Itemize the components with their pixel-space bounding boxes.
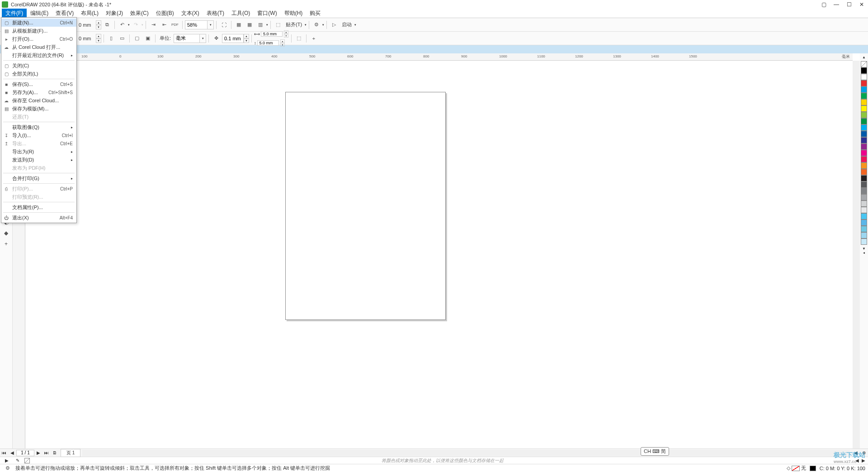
grid-icon[interactable]: ▦	[245, 20, 255, 30]
color-swatch[interactable]	[861, 213, 867, 219]
next-page-icon[interactable]: ▶	[34, 450, 42, 455]
menu-12[interactable]: 购买	[306, 9, 324, 18]
all-pages-icon[interactable]: ▣	[143, 33, 153, 43]
zoom-combo[interactable]: ▾	[185, 20, 214, 29]
file-menu-item-27[interactable]: 文档属性(P)...	[1, 203, 76, 211]
unit-combo[interactable]: ▾	[174, 34, 206, 43]
snap-icon[interactable]: ⬚	[273, 20, 283, 30]
options-icon[interactable]: ⚙	[311, 20, 321, 30]
color-swatch[interactable]	[861, 169, 867, 175]
menu-11[interactable]: 帮助(H)	[281, 9, 307, 18]
color-swatch[interactable]	[861, 175, 867, 181]
color-swatch[interactable]	[861, 232, 867, 238]
file-menu-item-10[interactable]: ■另存为(A)...Ctrl+Shift+S	[1, 88, 76, 96]
orientation-portrait-icon[interactable]: ▯	[106, 33, 116, 43]
color-swatch[interactable]	[861, 200, 867, 207]
add-icon[interactable]: +	[309, 33, 319, 43]
file-menu-item-11[interactable]: ☁保存至 Corel Cloud...	[1, 96, 76, 105]
menu-9[interactable]: 工具(O)	[228, 9, 254, 18]
color-swatch[interactable]	[861, 150, 867, 156]
color-swatch[interactable]	[861, 93, 867, 99]
status-gear-icon[interactable]: ⚙	[3, 463, 13, 472]
first-page-icon[interactable]: ⏮	[0, 450, 8, 455]
color-swatch[interactable]	[861, 80, 867, 86]
fill-stroke-indicator[interactable]: ◇ 无	[787, 465, 806, 472]
smart-fill-tool[interactable]: ◆	[1, 228, 11, 238]
menu-2[interactable]: 查看(V)	[52, 9, 77, 18]
file-menu-item-12[interactable]: ▤保存为模版(M)...	[1, 105, 76, 113]
color-swatch[interactable]	[861, 143, 867, 150]
color-swatch[interactable]	[861, 67, 867, 74]
file-menu-item-0[interactable]: ▢新建(N)...Ctrl+N	[1, 19, 76, 27]
page-tab[interactable]: 页 1	[61, 449, 80, 457]
orientation-landscape-icon[interactable]: ▭	[117, 33, 127, 43]
dup-x-input[interactable]	[261, 31, 283, 37]
color-swatch[interactable]	[861, 188, 867, 194]
menu-8[interactable]: 表格(T)	[203, 9, 228, 18]
palette-up-icon[interactable]: ▲	[862, 55, 866, 59]
ime-badge[interactable]: CH ⌨ 简	[641, 447, 669, 456]
add-page-icon[interactable]: 🗎	[51, 450, 59, 455]
menu-3[interactable]: 布局(L)	[77, 9, 102, 18]
color-swatch[interactable]	[861, 124, 867, 131]
color-swatch[interactable]	[861, 156, 867, 162]
last-page-icon[interactable]: ⏭	[42, 450, 51, 455]
color-swatch[interactable]	[861, 194, 867, 200]
minimize-icon[interactable]: —	[832, 1, 841, 8]
file-menu-item-18[interactable]: 导出为(R)▸	[1, 148, 76, 156]
fill-color-swatch[interactable]	[810, 466, 816, 471]
color-swatch[interactable]	[861, 99, 867, 105]
export-icon[interactable]: ⇤	[159, 20, 169, 30]
minimize-to-tray-icon[interactable]: ▢	[819, 1, 828, 8]
color-swatch[interactable]	[861, 137, 867, 143]
copy-icon[interactable]: ⧉	[102, 20, 112, 30]
zoom-input[interactable]	[185, 20, 208, 29]
unit-input[interactable]	[174, 34, 200, 43]
menu-0[interactable]: 文件(F)	[2, 9, 27, 18]
fullscreen-icon[interactable]: ⛶	[219, 20, 229, 30]
page-number-input[interactable]	[16, 450, 34, 456]
ruler-icon[interactable]: ▦	[234, 20, 244, 30]
maximize-icon[interactable]: ☐	[844, 1, 854, 8]
color-swatch[interactable]	[861, 131, 867, 137]
launch-icon[interactable]: ▷	[329, 20, 339, 30]
redo-icon[interactable]: ↷	[131, 20, 141, 30]
nudge-input[interactable]	[222, 34, 244, 43]
file-menu-item-6[interactable]: ▢关闭(C)	[1, 62, 76, 70]
color-swatch[interactable]	[861, 238, 867, 245]
menu-5[interactable]: 效果(C)	[127, 9, 152, 18]
undo-icon[interactable]: ↶	[117, 20, 127, 30]
file-menu-item-16[interactable]: ↧导入(I)...Ctrl+I	[1, 131, 76, 139]
palette-down-icon[interactable]: ▼	[862, 247, 866, 251]
doc-palette-menu-icon[interactable]: ▶	[3, 458, 11, 463]
file-menu-item-19[interactable]: 发送到(D)▸	[1, 156, 76, 164]
color-swatch[interactable]	[861, 162, 867, 169]
file-menu-item-22[interactable]: 合并打印(G)▸	[1, 174, 76, 182]
file-menu-item-1[interactable]: ▤从模板新建(F)...	[1, 27, 76, 35]
color-swatch[interactable]	[861, 207, 867, 213]
color-swatch[interactable]	[861, 219, 867, 226]
eyedropper-icon[interactable]: ✎	[14, 458, 22, 463]
file-menu-item-29[interactable]: ⏻退出(X)Alt+F4	[1, 214, 76, 222]
page-scope-icon[interactable]: ▢	[132, 33, 142, 43]
plus-tool[interactable]: +	[1, 239, 11, 249]
menu-1[interactable]: 编辑(E)	[27, 9, 52, 18]
color-swatch[interactable]	[861, 181, 867, 188]
doc-no-color-swatch[interactable]	[24, 458, 30, 463]
menu-7[interactable]: 文本(X)	[178, 9, 203, 18]
dup-y-input[interactable]	[257, 40, 279, 46]
file-menu-item-15[interactable]: 获取图像(Q)▸	[1, 123, 76, 131]
pdf-icon[interactable]: PDF	[170, 20, 180, 30]
horizontal-scrollbar[interactable]	[82, 450, 850, 456]
no-color-swatch[interactable]	[861, 61, 867, 67]
drawing-canvas[interactable]	[25, 61, 853, 448]
horizontal-ruler[interactable]: 毫米 2001000100200300400500600700800900100…	[25, 53, 853, 61]
file-menu-item-2[interactable]: ▸打开(O)...Ctrl+O	[1, 35, 76, 43]
color-swatch[interactable]	[861, 226, 867, 232]
menu-6[interactable]: 位图(B)	[152, 9, 178, 18]
file-menu-item-4[interactable]: 打开最近用过的文件(R)▸	[1, 51, 76, 59]
color-swatch[interactable]	[861, 118, 867, 124]
nudge-combo[interactable]: ▲▼	[222, 34, 249, 43]
menu-10[interactable]: 窗口(W)	[254, 9, 280, 18]
treat-as-filled-icon[interactable]: ⬚	[294, 33, 304, 43]
